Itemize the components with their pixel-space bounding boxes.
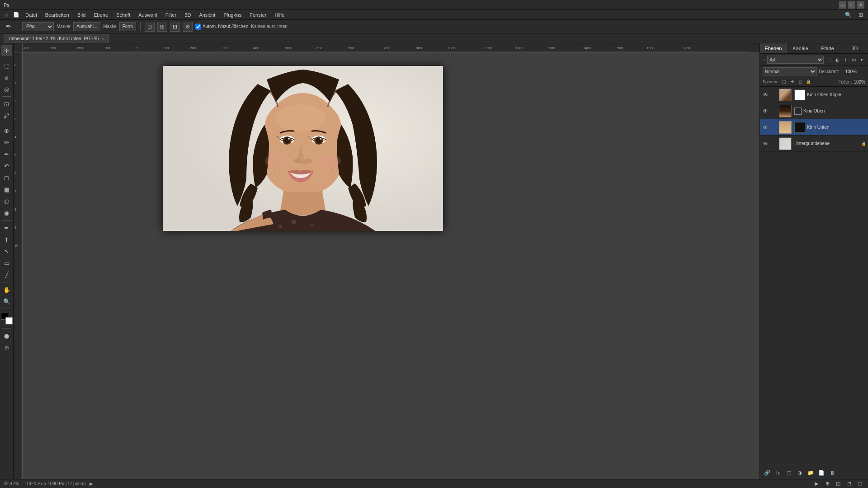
canvas-scroll-area[interactable]: [23, 52, 760, 479]
workspace-icon[interactable]: ⊞: [855, 9, 866, 20]
layer-item[interactable]: 👁 Kinn Oben: [760, 103, 868, 119]
screen-mode-icon[interactable]: ⊞: [1, 342, 12, 353]
gear-icon[interactable]: ⊡: [145, 22, 155, 32]
arrange-icon[interactable]: ⊞: [823, 479, 832, 488]
close-button[interactable]: ✕: [857, 1, 864, 9]
filter-pixel-icon[interactable]: ⬚: [826, 56, 833, 63]
new-layer-icon[interactable]: 📄: [817, 468, 826, 477]
zoom-tool[interactable]: 🔍: [1, 296, 12, 307]
home-icon[interactable]: ⌂: [2, 10, 11, 19]
text-tool[interactable]: T: [1, 234, 12, 245]
layer-visibility-icon[interactable]: 👁: [762, 140, 769, 147]
document-tab[interactable]: Unbenannt-1 bei 42,4% (Kinn Unten, RGB/8…: [4, 34, 109, 43]
color-swatch[interactable]: [1, 313, 13, 324]
lock-all-icon[interactable]: 🔒: [806, 79, 812, 85]
menu-filter[interactable]: Filter: [162, 11, 180, 19]
menu-plugins[interactable]: Plug-ins: [220, 11, 245, 19]
right-panel: Ebenen Kanäle Pfade 3D ≡ Art ⬚ ◐ T ▭: [760, 43, 868, 479]
menu-3d[interactable]: 3D: [181, 11, 194, 19]
layers-spacer: [760, 277, 868, 466]
lock-artboard-icon[interactable]: ◻: [797, 79, 804, 85]
pfad-select[interactable]: Pfad: [22, 22, 54, 31]
lasso-tool[interactable]: ⌀: [1, 72, 12, 83]
timeline-icon[interactable]: ▶: [812, 479, 821, 488]
form-button[interactable]: Form: [119, 22, 136, 31]
filter-type-select[interactable]: Art: [767, 56, 824, 64]
shape-tool[interactable]: ▭: [1, 258, 12, 268]
document-size: 1920 Px x 1080 Px (72 ppcm): [26, 481, 86, 486]
status-bar: 42,42% 1920 Px x 1080 Px (72 ppcm) ▶ ▶ ⊞…: [0, 479, 868, 488]
filter-text-icon[interactable]: T: [842, 56, 849, 63]
menu-hilfe[interactable]: Hilfe: [271, 11, 288, 19]
tab-3d[interactable]: 3D: [841, 43, 868, 53]
menu-fenster[interactable]: Fenster: [246, 11, 270, 19]
menu-ansicht[interactable]: Ansicht: [195, 11, 219, 19]
tool-preset-icon[interactable]: ✒: [3, 21, 14, 32]
menu-ebene[interactable]: Ebene: [90, 11, 112, 19]
layer-visibility-icon[interactable]: 👁: [762, 124, 769, 131]
tab-close-icon[interactable]: ×: [102, 37, 104, 41]
menu-schrift[interactable]: Schrift: [113, 11, 134, 19]
settings-icon[interactable]: ⚙: [183, 22, 193, 32]
align-icon[interactable]: ⊟: [170, 22, 180, 32]
hand-tool[interactable]: ✋: [1, 284, 12, 295]
line-tool[interactable]: ╱: [1, 269, 12, 280]
menu-datei[interactable]: Datei: [22, 11, 41, 19]
tab-ebenen[interactable]: Ebenen: [760, 43, 787, 53]
quick-select-tool[interactable]: ◎: [1, 84, 12, 94]
screen-mode-btn[interactable]: ⬚: [855, 479, 864, 488]
file-icon[interactable]: 📄: [12, 10, 21, 19]
dodge-tool[interactable]: ◉: [1, 207, 12, 218]
eraser-tool[interactable]: ◻: [1, 172, 12, 183]
marquee-tool[interactable]: ⬚: [1, 60, 12, 71]
full-screen-icon[interactable]: ⊡: [844, 479, 854, 488]
maximize-button[interactable]: □: [848, 1, 855, 9]
menu-bild[interactable]: Bild: [74, 11, 89, 19]
autom-checkbox-label[interactable]: Autom. hinzuf./löschen: [195, 22, 248, 31]
link-layers-icon[interactable]: 🔗: [763, 468, 772, 477]
crop-tool[interactable]: ⊡: [1, 99, 12, 109]
layer-item[interactable]: 👁 Kinn Unten: [760, 119, 868, 136]
zoom-fit-icon[interactable]: ◱: [834, 479, 843, 488]
blur-tool[interactable]: ◍: [1, 196, 12, 206]
add-style-icon[interactable]: fx: [774, 468, 783, 477]
lock-move-icon[interactable]: ✛: [789, 79, 796, 85]
minimize-button[interactable]: —: [839, 1, 846, 9]
menu-bearbeiten[interactable]: Bearbeiten: [42, 11, 73, 19]
background-color[interactable]: [5, 317, 13, 324]
add-mask-icon[interactable]: ⬚: [784, 468, 793, 477]
delete-layer-icon[interactable]: 🗑: [828, 468, 837, 477]
svg-point-50: [305, 159, 312, 163]
eyedropper-tool[interactable]: 🖍: [1, 110, 12, 121]
tab-kanaele[interactable]: Kanäle: [787, 43, 814, 53]
layer-color-swatch: [794, 108, 802, 115]
filter-smart-icon[interactable]: ✦: [858, 56, 865, 63]
transform-icon[interactable]: ⊞: [157, 22, 167, 32]
menu-auswahl[interactable]: Auswahl: [135, 11, 161, 19]
blend-mode-select[interactable]: Normal: [763, 67, 817, 75]
pen-tool[interactable]: ✒: [1, 222, 12, 233]
layer-visibility-icon[interactable]: 👁: [762, 108, 769, 115]
healing-tool[interactable]: ⊕: [1, 125, 12, 136]
tab-pfade[interactable]: Pfade: [814, 43, 841, 53]
filter-shape-icon[interactable]: ▭: [850, 56, 857, 63]
path-select-tool[interactable]: ↖: [1, 246, 12, 257]
history-brush-tool[interactable]: ↶: [1, 160, 12, 171]
autom-checkbox[interactable]: [195, 22, 201, 31]
move-tool[interactable]: ✛: [1, 45, 12, 56]
layer-item[interactable]: 👁 Kinn Oben Kopie: [760, 87, 868, 103]
layer-visibility-icon[interactable]: 👁: [762, 91, 769, 99]
search-icon[interactable]: 🔍: [843, 9, 854, 20]
layer-item[interactable]: 👁 Hintergrundebene 🔒: [760, 136, 868, 152]
new-group-icon[interactable]: 📁: [806, 468, 815, 477]
lock-checkerboard-icon[interactable]: ⬚: [781, 79, 788, 85]
add-adjustment-icon[interactable]: ◑: [795, 468, 804, 477]
quick-mask-icon[interactable]: ⬤: [1, 330, 12, 341]
filter-adjustment-icon[interactable]: ◐: [834, 56, 841, 63]
separator2: [140, 22, 141, 31]
brush-tool[interactable]: ✏: [1, 137, 12, 148]
clone-stamp-tool[interactable]: ✒: [1, 149, 12, 160]
status-arrow-icon[interactable]: ▶: [90, 481, 93, 486]
auswahl-button[interactable]: Auswahl...: [73, 22, 100, 31]
gradient-tool[interactable]: ▦: [1, 184, 12, 195]
